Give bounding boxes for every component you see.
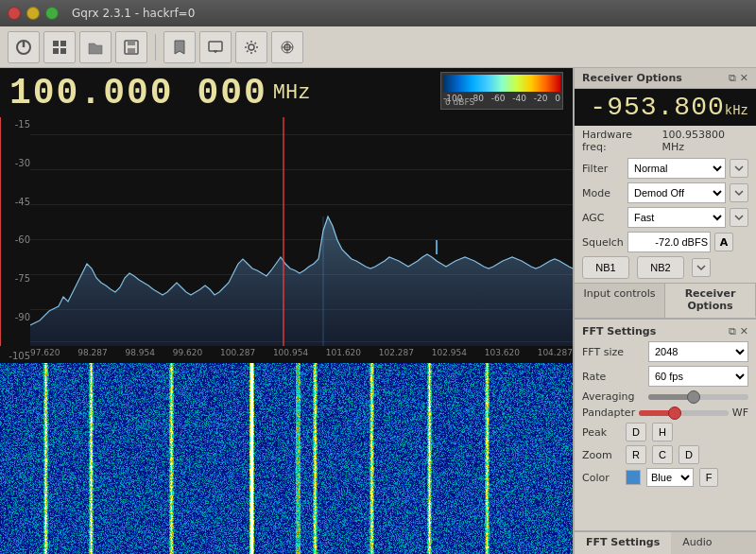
peak-h-button[interactable]: H (652, 423, 673, 441)
folder-button[interactable] (79, 31, 112, 63)
fft-undock-icon[interactable]: ⧉ (729, 325, 736, 338)
freq-tick: 97.620 (30, 348, 60, 361)
waterfall-display[interactable] (0, 363, 573, 554)
network-button[interactable] (271, 31, 303, 63)
wf-label: WF (732, 407, 748, 419)
filter-row: Filter Normal Wide Narrow (575, 156, 756, 181)
averaging-slider-track[interactable] (648, 394, 748, 400)
main-frequency[interactable]: 100.000 000 (9, 73, 267, 113)
freq-tick: 100.954 (273, 348, 308, 361)
rx-frequency-value: -953.800 (590, 93, 724, 122)
fft-settings-section: FFT Settings ⧉ ✕ FFT size 512 1024 2048 … (575, 320, 756, 530)
grid-button[interactable] (43, 31, 76, 63)
dbfs-label: 0 dBFS (445, 97, 474, 107)
hardware-freq-row: Hardware freq: 100.953800 MHz (575, 126, 756, 156)
spectrum-display[interactable]: -15 -30 -45 -60 -75 -90 -105 (0, 117, 573, 363)
main-area: 100.000 000 MHz -100 -80 -60 -40 -20 0 0… (0, 68, 756, 554)
mode-select[interactable]: Demod Off AM FM NFM USB LSB (627, 182, 726, 203)
nb-buttons-row: NB1 NB2 (575, 254, 756, 281)
pandapter-slider-track[interactable] (639, 410, 729, 416)
right-panel: Receiver Options ⧉ ✕ -953.800kHz Hardwar… (573, 68, 756, 554)
averaging-thumb[interactable] (687, 390, 700, 404)
nb-icon-btn[interactable] (692, 258, 711, 277)
db-label-6: -90 (4, 312, 30, 322)
color-row: Color Blue Green Sunset F (575, 466, 756, 489)
freq-tick: 104.287 (538, 348, 573, 361)
svg-point-12 (249, 44, 254, 50)
nb2-button[interactable]: NB2 (637, 256, 684, 279)
bottom-tab-fft-settings[interactable]: FFT Settings (575, 532, 671, 554)
zoom-r-button[interactable]: R (626, 445, 646, 464)
power-button[interactable] (8, 31, 40, 63)
freq-tick: 100.287 (220, 348, 255, 361)
fft-rate-select[interactable]: 10 fps 20 fps 30 fps 60 fps (648, 366, 748, 387)
db-scale: -15 -30 -45 -60 -75 -90 -105 (0, 117, 30, 363)
filter-icon-btn[interactable] (730, 159, 748, 178)
freq-tick: 103.620 (485, 348, 520, 361)
fft-size-label: FFT size (582, 346, 644, 358)
save-button[interactable] (115, 31, 147, 63)
scale-mid2: -60 (491, 94, 506, 103)
tab-input-controls[interactable]: Input controls (575, 284, 665, 318)
squelch-input[interactable] (627, 232, 711, 252)
zoom-c-button[interactable]: C (652, 445, 673, 464)
minimize-button[interactable] (26, 7, 40, 20)
color-select[interactable]: Blue Green Sunset (646, 468, 694, 487)
pandapter-thumb[interactable] (668, 407, 681, 420)
fft-size-row: FFT size 512 1024 2048 4096 8192 (575, 339, 756, 364)
agc-icon-btn[interactable] (730, 208, 748, 227)
pandapter-label: Pandapter (582, 407, 635, 419)
db-label-7: -105 (4, 351, 30, 361)
rx-frequency-display[interactable]: -953.800kHz (575, 89, 756, 126)
fft-settings-title: FFT Settings (582, 325, 656, 338)
close-button[interactable] (8, 7, 21, 20)
bookmark-button[interactable] (163, 31, 196, 63)
svg-rect-8 (128, 48, 135, 53)
freq-tick: 102.287 (379, 348, 414, 361)
fft-close-icon[interactable]: ✕ (740, 325, 748, 338)
svg-rect-9 (209, 42, 222, 51)
nb1-button[interactable]: NB1 (582, 256, 629, 279)
cursor-line (0, 117, 1, 346)
peak-d-button[interactable]: D (626, 423, 646, 441)
zoom-d-button[interactable]: D (679, 445, 699, 464)
titlebar: Gqrx 2.3.1 - hackrf=0 (0, 0, 756, 26)
svg-rect-5 (60, 48, 66, 54)
filter-select[interactable]: Normal Wide Narrow (627, 158, 726, 179)
averaging-row: Averaging (575, 389, 756, 405)
squelch-row: Squelch A (575, 230, 756, 254)
zoom-row: Zoom R C D (575, 443, 756, 466)
svg-rect-2 (53, 41, 59, 46)
left-panel: 100.000 000 MHz -100 -80 -60 -40 -20 0 0… (0, 68, 573, 554)
svg-rect-4 (53, 48, 59, 54)
bottom-tab-audio[interactable]: Audio (671, 532, 723, 554)
frequency-axis: 97.620 98.287 98.954 99.620 100.287 100.… (30, 346, 573, 363)
color-label: Color (582, 472, 620, 484)
fft-size-select[interactable]: 512 1024 2048 4096 8192 (648, 341, 748, 362)
frequency-unit: MHz (273, 81, 311, 105)
hw-freq-value: 100.953800 MHz (662, 129, 748, 153)
squelch-label: Squelch (582, 236, 624, 249)
scale-mid3: -40 (512, 94, 526, 103)
maximize-button[interactable] (45, 7, 59, 20)
settings-button[interactable] (235, 31, 267, 63)
window-title: Gqrx 2.3.1 - hackrf=0 (72, 7, 195, 20)
db-label-3: -45 (4, 197, 30, 207)
color-f-button[interactable]: F (699, 468, 718, 487)
agc-select[interactable]: Fast Slow Off (627, 207, 726, 228)
freq-tick: 98.954 (125, 348, 155, 361)
tab-receiver-options[interactable]: Receiver Options (665, 284, 756, 318)
mode-icon-btn[interactable] (730, 183, 748, 202)
db-label-4: -60 (4, 234, 30, 245)
undock-icon[interactable]: ⧉ (729, 72, 736, 84)
peak-row: Peak D H (575, 421, 756, 443)
fft-rate-row: Rate 10 fps 20 fps 30 fps 60 fps (575, 364, 756, 389)
screen-button[interactable] (199, 31, 232, 63)
mode-row: Mode Demod Off AM FM NFM USB LSB (575, 181, 756, 205)
squelch-auto-btn[interactable]: A (714, 233, 733, 251)
freq-tick: 98.287 (77, 348, 108, 361)
freq-tick: 102.954 (432, 348, 467, 361)
close-panel-icon[interactable]: ✕ (740, 72, 748, 84)
freq-tick: 101.620 (326, 348, 361, 361)
svg-rect-7 (128, 41, 135, 45)
